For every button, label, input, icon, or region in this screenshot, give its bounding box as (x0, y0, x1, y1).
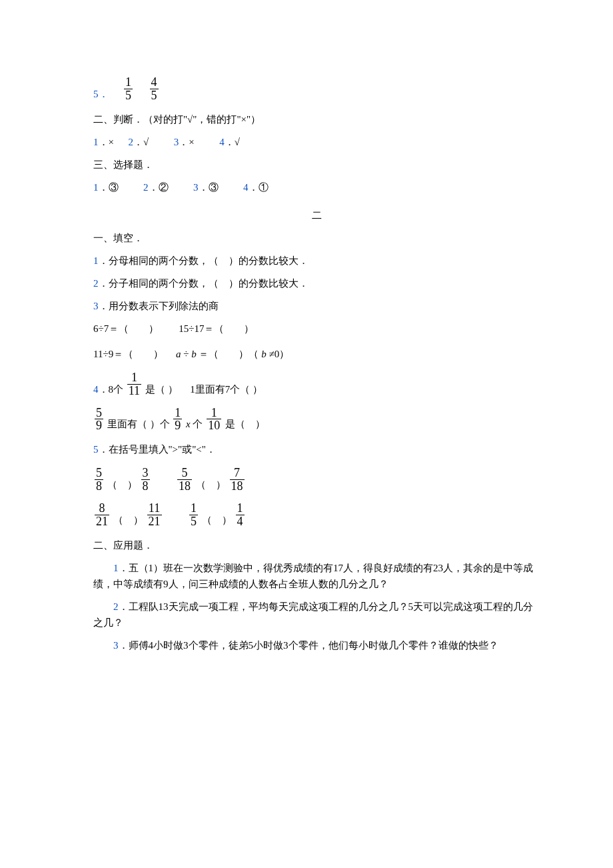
judge-answers: 1．× 2．√ 3．× 4．√ (93, 134, 540, 150)
fill-q2-num: 2 (93, 278, 99, 289)
choice-a1: ．③ (99, 182, 119, 193)
app-q2: 2．工程队13天完成一项工程，平均每天完成这项工程的几分之几？5天可以完成这项工… (93, 599, 540, 631)
document-page: 5． 1 5 4 5 二、判断．（对的打"√"，错的打"×"） 1．× 2．√ … (0, 0, 613, 868)
app-q3: 3．师傅4小时做3个零件，徒弟5小时做3个零件，他们每小时做几个零件？谁做的快些… (93, 637, 540, 653)
var-b: b (191, 349, 197, 359)
fraction-denominator: 4 (236, 515, 245, 528)
judge-a4-num: 4 (219, 137, 225, 147)
fraction-4-5: 4 5 (150, 76, 159, 102)
fill-q5-num: 5 (93, 444, 99, 455)
fill-q4c-mid1: 里面有（ ）个 (107, 416, 170, 432)
fraction-numerator: 5 (95, 407, 103, 420)
judge-a1-num: 1 (93, 137, 99, 147)
fill-q3-line1: 6÷7＝（ ） 15÷17＝（ ） (93, 321, 540, 337)
fill-q4c-mid2: 个 (193, 416, 203, 432)
fill-q4b: 是（ ） 1里面有7个（ ） (145, 381, 263, 397)
fill-q1-text: ．分母相同的两个分数，（ ）的分数比较大． (99, 255, 308, 266)
fraction-8-21: 8 21 (95, 502, 109, 528)
app-q1-text: ．五（1）班在一次数学测验中，得优秀成绩的有17人，得良好成绩的有23人，其余的… (93, 563, 533, 589)
fraction-denominator: 10 (207, 419, 221, 432)
fraction-numerator: 1 (207, 407, 221, 420)
choice-a4-num: 4 (243, 182, 249, 193)
app-q2-num: 2 (113, 601, 119, 612)
fill-q2: 2．分子相同的两个分数，（ ）的分数比较大． (93, 275, 540, 291)
fraction-numerator: 5 (95, 467, 103, 480)
fill-q3-line2c: ≠0） (269, 349, 289, 359)
answers-q5: 5． 1 5 4 5 (93, 76, 540, 102)
fraction-denominator: 8 (141, 480, 150, 493)
fraction-11-21: 11 21 (147, 502, 162, 528)
q5-dot: ． (99, 86, 109, 102)
choice-a3: ．③ (199, 182, 219, 193)
fraction-denominator: 21 (147, 515, 162, 528)
fraction-1-10: 1 10 (207, 407, 221, 433)
fill-heading: 一、填空． (93, 230, 540, 246)
judge-a2: ．√ (133, 137, 149, 147)
fraction-numerator: 8 (95, 502, 109, 515)
choice-a2-num: 2 (143, 182, 149, 193)
var-a: a (176, 349, 181, 359)
fill-q3-line2b: ＝（ ）（ (199, 349, 259, 359)
judge-a2-num: 2 (128, 137, 133, 147)
fraction-numerator: 5 (177, 467, 192, 480)
app-q2-text: ．工程队13天完成一项工程，平均每天完成这项工程的几分之几？5天可以完成这项工程… (93, 601, 533, 628)
fraction-numerator: 4 (150, 76, 159, 89)
fraction-denominator: 21 (95, 515, 109, 528)
judge-a3: ．× (179, 137, 194, 147)
paren-blank: （ ） (196, 477, 226, 493)
fill-q3-text: ．用分数表示下列除法的商 (99, 301, 219, 311)
fill-q5-row2: 8 21 （ ） 11 21 1 5 （ ） 1 4 (93, 502, 540, 528)
choice-a3-num: 3 (193, 182, 199, 193)
fraction-numerator: 3 (141, 467, 150, 480)
fraction-5-8: 5 8 (95, 467, 103, 493)
fraction-1-11: 1 11 (127, 371, 141, 397)
fraction-numerator: 1 (173, 407, 182, 420)
app-q1: 1．五（1）班在一次数学测验中，得优秀成绩的有17人，得良好成绩的有23人，其余… (93, 560, 540, 592)
fraction-1-5: 1 5 (189, 502, 198, 528)
fill-q5-text: ．在括号里填入">"或"<"． (99, 444, 216, 455)
app-heading: 二、应用题． (93, 537, 540, 553)
div-sign: ÷ (183, 349, 189, 359)
choice-a1-num: 1 (93, 182, 99, 193)
fill-q5-row1: 5 8 （ ） 3 8 5 18 （ ） 7 18 (93, 467, 540, 493)
fraction-1-9: 1 9 (173, 407, 182, 433)
fraction-numerator: 1 (124, 76, 133, 89)
paren-blank: （ ） (113, 512, 143, 528)
fraction-denominator: 9 (173, 419, 182, 432)
choice-answers: 1．③ 2．② 3．③ 4．① (93, 179, 540, 195)
fraction-denominator: 9 (95, 419, 103, 432)
fraction-numerator: 1 (127, 371, 141, 385)
fill-q5: 5．在括号里填入">"或"<"． (93, 441, 540, 457)
fraction-1-4: 1 4 (236, 502, 245, 528)
fraction-numerator: 1 (236, 502, 245, 515)
fill-q4-line2: 5 9 里面有（ ）个 1 9 x 个 1 10 是（ ） (93, 407, 540, 433)
fraction-3-8: 3 8 (141, 467, 150, 493)
fraction-denominator: 5 (150, 89, 159, 102)
q5-number: 5 (93, 86, 99, 102)
judge-a1: ．× (99, 137, 114, 147)
fraction-numerator: 11 (147, 502, 162, 515)
choice-a4: ．① (249, 182, 269, 193)
fraction-denominator: 5 (189, 515, 198, 528)
fraction-numerator: 7 (230, 467, 245, 480)
app-q3-num: 3 (113, 640, 119, 651)
fraction-5-9: 5 9 (95, 407, 103, 433)
fill-q4-num: 4 (93, 381, 99, 397)
choice-heading: 三、选择题． (93, 157, 540, 173)
choice-a2: ．② (149, 182, 169, 193)
fill-q4: 4．8个 1 11 是（ ） 1里面有7个（ ） (93, 371, 540, 397)
var-b2: b (261, 349, 267, 359)
fill-q2-text: ．分子相同的两个分数，（ ）的分数比较大． (99, 278, 308, 289)
fill-q4a: ．8个 (99, 381, 124, 397)
fill-q3-num: 3 (93, 301, 99, 311)
fraction-denominator: 18 (177, 480, 192, 493)
fraction-denominator: 8 (95, 480, 103, 493)
paren-blank: （ ） (107, 477, 137, 493)
var-x: x (186, 416, 191, 432)
app-q3-text: ．师傅4小时做3个零件，徒弟5小时做3个零件，他们每小时做几个零件？谁做的快些？ (119, 640, 498, 651)
paren-blank: （ ） (202, 512, 232, 528)
fraction-1-5: 1 5 (124, 76, 133, 102)
fill-q1: 1．分母相同的两个分数，（ ）的分数比较大． (93, 253, 540, 269)
fraction-denominator: 5 (124, 89, 133, 102)
fill-q4c-end: 是（ ） (225, 416, 265, 432)
